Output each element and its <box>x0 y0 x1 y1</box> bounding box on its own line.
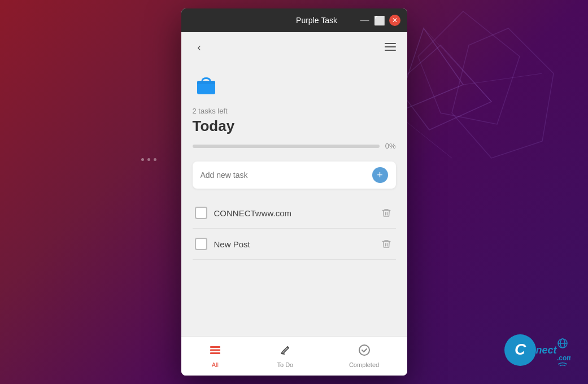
svg-rect-21 <box>210 350 220 351</box>
trash-icon <box>381 239 391 249</box>
menu-button[interactable] <box>382 41 398 53</box>
tab-all-label: All <box>212 361 219 368</box>
progress-percentage: 0% <box>385 142 396 150</box>
tasks-count-label: 2 tasks left <box>193 107 396 115</box>
maximize-button[interactable]: ⬜ <box>374 15 385 25</box>
svg-point-25 <box>359 345 369 355</box>
plus-icon: + <box>377 170 383 180</box>
svg-text:onnect: onnect <box>523 344 557 356</box>
top-navigation: ‹ <box>181 32 407 62</box>
list-icon <box>209 344 221 359</box>
back-icon: ‹ <box>197 41 201 54</box>
svg-line-4 <box>424 28 491 102</box>
svg-text:.com: .com <box>557 354 571 362</box>
svg-line-23 <box>288 347 289 348</box>
add-task-row: + <box>193 162 396 189</box>
tab-todo[interactable]: To Do <box>268 341 303 372</box>
task-delete-button-2[interactable] <box>379 237 394 251</box>
window-title: Purple Task <box>274 16 360 25</box>
bottom-navigation: All To Do Completed <box>181 336 407 376</box>
task-checkbox-1[interactable] <box>195 207 207 219</box>
window-controls: — ⬜ ✕ <box>360 15 400 26</box>
svg-marker-1 <box>395 45 491 130</box>
task-list: CONNECTwww.com New Post <box>193 198 396 260</box>
add-task-button[interactable]: + <box>372 167 388 183</box>
tab-completed[interactable]: Completed <box>340 341 388 372</box>
svg-rect-20 <box>210 346 220 348</box>
tab-completed-label: Completed <box>349 361 379 368</box>
trash-icon <box>381 208 391 218</box>
connect-logo: C onnect .com <box>503 333 571 367</box>
add-task-input[interactable] <box>201 171 372 180</box>
task-item: New Post <box>193 229 396 260</box>
progress-bar-track <box>193 145 380 148</box>
section-title: Today <box>193 117 396 135</box>
shopping-bag-icon <box>193 71 220 98</box>
tab-todo-label: To Do <box>277 361 294 368</box>
close-button[interactable]: ✕ <box>389 15 400 26</box>
title-bar: Purple Task — ⬜ ✕ <box>181 8 407 32</box>
task-item: CONNECTwww.com <box>193 198 396 229</box>
main-content: 2 tasks left Today 0% + CONNECTwww.com <box>181 62 407 336</box>
back-button[interactable]: ‹ <box>190 38 208 56</box>
app-window: Purple Task — ⬜ ✕ ‹ <box>181 8 407 376</box>
minimize-button[interactable]: — <box>360 15 370 25</box>
progress-row: 0% <box>193 142 396 150</box>
task-label-1: CONNECTwww.com <box>214 208 372 218</box>
svg-marker-2 <box>418 11 520 124</box>
svg-rect-22 <box>210 352 220 354</box>
task-label-2: New Post <box>214 239 372 249</box>
tab-all[interactable]: All <box>200 341 230 372</box>
svg-rect-15 <box>197 81 215 84</box>
task-checkbox-2[interactable] <box>195 238 207 250</box>
svg-line-5 <box>463 73 542 85</box>
hamburger-line <box>385 50 396 51</box>
edit-icon <box>279 344 291 359</box>
svg-line-24 <box>281 354 285 354</box>
task-delete-button-1[interactable] <box>379 206 394 220</box>
hamburger-line <box>385 43 396 44</box>
bag-icon-wrap <box>193 71 396 98</box>
check-circle-icon <box>358 344 371 359</box>
hamburger-line <box>385 46 396 47</box>
background-dots <box>141 158 156 161</box>
svg-marker-3 <box>452 28 554 158</box>
